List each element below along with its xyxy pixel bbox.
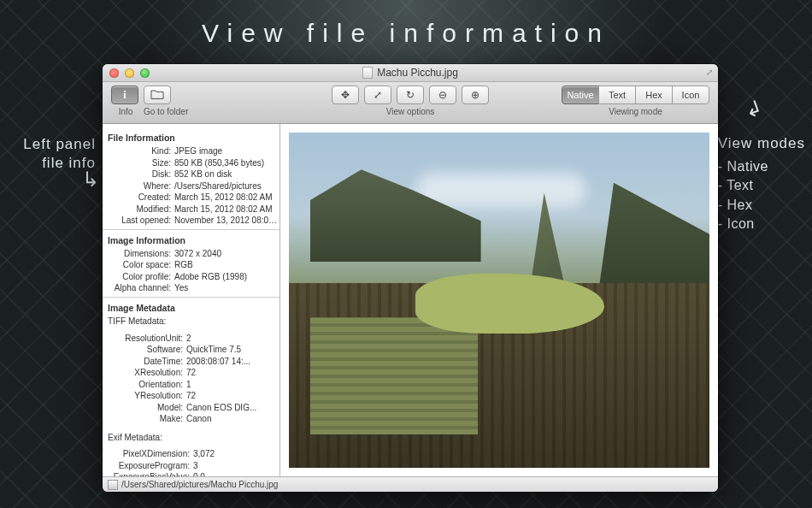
info-row: Model:Canon EOS DIG... [108,402,278,414]
image-viewport[interactable] [280,124,718,476]
info-row: Modified:March 15, 2012 08:02 AM [108,204,278,216]
info-label: Info [111,107,140,116]
info-row: Disk:852 KB on disk [108,168,278,180]
mode-icon-button[interactable]: Icon [672,86,709,104]
zoom-out-icon: ⊖ [438,89,447,101]
fullscreen-icon[interactable]: ⤢ [706,68,713,77]
promo-heading: View file information [0,19,812,48]
mode-item: - Hex [718,196,805,215]
move-icon: ✥ [341,89,350,101]
folder-icon [150,89,164,102]
mode-text-button[interactable]: Text [598,86,636,104]
info-row: ResolutionUnit:2 [108,333,278,345]
pan-button[interactable]: ✥ [332,86,359,104]
info-icon: i [123,89,126,102]
toolbar-left-group: i Info Go to folder [111,86,214,116]
zoom-out-button[interactable]: ⊖ [429,86,456,104]
goto-label: Go to folder [144,107,188,116]
annotation-right-list: - Native - Text - Hex - Icon [718,157,805,234]
app-window: Machu Picchu.jpg ⤢ i Info Go to folder [103,64,718,492]
info-row: Make:Canon [108,413,278,425]
window-title-text: Machu Picchu.jpg [377,67,458,79]
info-row: Color space:RGB [108,259,278,271]
status-path: /Users/Shared/pictures/Machu Picchu.jpg [121,480,278,489]
tiff-label: TIFF Metadata: [108,316,278,328]
info-button[interactable]: i [111,86,138,104]
file-info-heading: File Information [108,132,278,144]
arrow-right-icon: ↳ [742,95,766,123]
rotate-icon: ↻ [406,89,415,101]
titlebar[interactable]: Machu Picchu.jpg ⤢ [103,64,718,82]
info-row: Size:850 KB (850,346 bytes) [108,157,278,169]
expand-icon: ⤢ [374,89,382,101]
rotate-button[interactable]: ↻ [397,86,424,104]
info-row: Kind:JPEG image [108,145,278,157]
toolbar-center-group: ✥ ⤢ ↻ ⊖ ⊕ View options [332,86,489,116]
metadata-heading: Image Metadata [108,302,278,314]
mode-hex-button[interactable]: Hex [635,86,673,104]
mode-native-button[interactable]: Native [562,86,599,104]
go-to-folder-button[interactable] [144,86,171,104]
annotation-right-title: View modes [718,135,805,152]
document-icon [362,67,373,79]
info-row: Where:/Users/Shared/pictures [108,180,278,192]
info-row: DateTime:2008:08:07 14:... [108,356,278,368]
info-row: XResolution:72 [108,367,278,379]
info-sidebar[interactable]: File Information Kind:JPEG image Size:85… [103,124,280,476]
view-options-label: View options [386,107,435,116]
mode-item: - Native [718,157,805,176]
fit-button[interactable]: ⤢ [364,86,391,104]
info-row: Created:March 15, 2012 08:02 AM [108,192,278,204]
info-row: Dimensions:3072 x 2040 [108,248,278,260]
window-title: Machu Picchu.jpg [103,67,718,79]
file-icon [108,480,118,490]
photo-content [289,133,709,468]
exif-label: Exif Metadata: [108,432,278,444]
toolbar-right-group: Native Text Hex Icon Viewing mode [562,86,709,116]
info-row: PixelXDimension:3,072 [108,448,278,460]
info-row: YResolution:72 [108,390,278,402]
toolbar: i Info Go to folder ✥ ⤢ ↻ ⊖ ⊕ [103,82,718,124]
zoom-in-icon: ⊕ [471,89,480,101]
info-row: Color profile:Adobe RGB (1998) [108,271,278,283]
mode-item: - Icon [718,215,805,233]
status-bar: /Users/Shared/pictures/Machu Picchu.jpg [103,476,718,492]
zoom-in-button[interactable]: ⊕ [462,86,489,104]
info-row: Last opened:November 13, 2012 08:00 AM [108,215,278,227]
content-area: File Information Kind:JPEG image Size:85… [103,124,718,476]
info-row: Orientation:1 [108,379,278,391]
arrow-left-icon: ↳ [82,168,99,192]
info-row: Software:QuickTime 7.5 [108,344,278,356]
annotation-right: View modes - Native - Text - Hex - Icon [718,135,805,234]
info-row: Alpha channel:Yes [108,282,278,294]
mode-item: - Text [718,176,805,195]
info-row: ExposureProgram:3 [108,460,278,472]
annotation-left-line1: Left panel [10,135,96,154]
image-info-heading: Image Information [108,234,278,246]
viewing-mode-label: Viewing mode [609,107,662,116]
